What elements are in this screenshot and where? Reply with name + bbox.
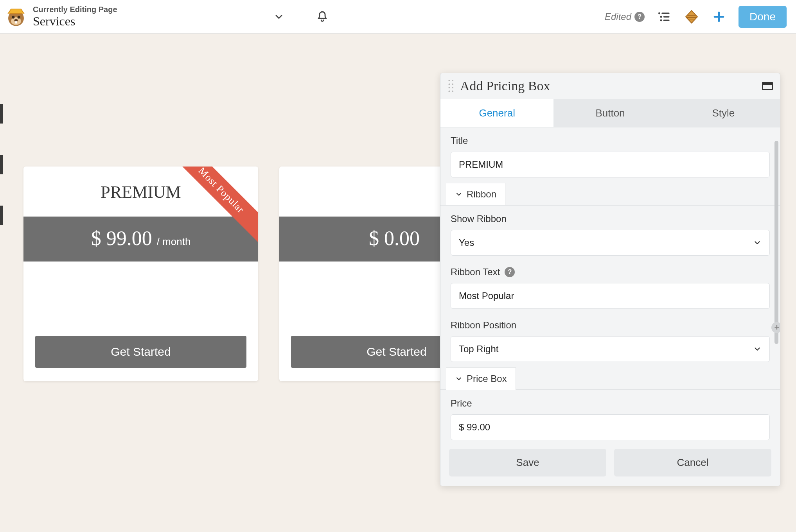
pricing-card-price: $ 0.00 xyxy=(369,227,420,250)
top-bar: Currently Editing Page Services Edited ? xyxy=(0,0,796,34)
chevron-down-icon xyxy=(273,11,284,22)
svg-rect-7 xyxy=(661,13,669,14)
settings-panel: Add Pricing Box General Button Style + T… xyxy=(440,73,780,486)
ribbon-text-label: Ribbon Text ? xyxy=(451,267,770,278)
svg-point-3 xyxy=(18,16,20,18)
field-ribbon-position: Ribbon Position Top Right xyxy=(440,312,780,365)
panel-tabs: General Button Style xyxy=(440,99,780,127)
pricing-card-price-strip: $ 99.00 / month xyxy=(23,217,258,262)
top-bar-left: Currently Editing Page Services xyxy=(0,0,297,33)
ribbon-position-select[interactable]: Top Right xyxy=(451,336,770,362)
left-ruler-marks xyxy=(0,34,3,532)
tab-style[interactable]: Style xyxy=(667,99,780,127)
page-info: Currently Editing Page Services xyxy=(33,5,117,29)
top-bar-right: Edited ? D xyxy=(297,0,796,33)
section-pricebox-toggle[interactable]: Price Box xyxy=(446,367,516,390)
plus-icon xyxy=(712,10,726,23)
price-input[interactable] xyxy=(451,414,770,440)
cookie-icon-button[interactable] xyxy=(684,9,699,25)
chevron-down-icon xyxy=(455,375,463,383)
section-ribbon-label: Ribbon xyxy=(467,189,496,200)
svg-rect-11 xyxy=(663,20,670,21)
scrollbar-thumb[interactable] xyxy=(774,141,778,344)
add-button[interactable] xyxy=(711,9,727,25)
title-label: Title xyxy=(451,135,770,146)
section-ribbon-toggle[interactable]: Ribbon xyxy=(446,183,505,205)
pricing-card-premium[interactable]: PREMIUM $ 99.00 / month Get Started Most… xyxy=(23,167,258,381)
save-button[interactable]: Save xyxy=(449,449,606,476)
show-ribbon-value: Yes xyxy=(459,237,474,248)
title-input[interactable] xyxy=(451,152,770,177)
field-ribbon-text: Ribbon Text ? xyxy=(440,259,780,312)
price-label: Price xyxy=(451,398,770,409)
outline-icon xyxy=(658,11,671,22)
section-pricebox-label: Price Box xyxy=(467,373,507,384)
cookie-icon xyxy=(685,10,699,24)
expand-window-icon[interactable] xyxy=(762,82,773,90)
cancel-button[interactable]: Cancel xyxy=(614,449,771,476)
svg-marker-12 xyxy=(686,11,697,23)
edited-label: Edited xyxy=(605,11,631,22)
svg-point-8 xyxy=(660,16,662,18)
editing-label: Currently Editing Page xyxy=(33,5,117,14)
bell-icon xyxy=(316,10,329,23)
editor-canvas: PREMIUM $ 99.00 / month Get Started Most… xyxy=(0,34,796,532)
add-circle-icon[interactable]: + xyxy=(771,322,780,333)
chevron-down-icon xyxy=(753,238,762,247)
svg-rect-9 xyxy=(663,16,670,17)
notifications-button[interactable] xyxy=(313,7,332,26)
drag-handle-icon[interactable] xyxy=(447,79,455,93)
field-title: Title xyxy=(440,127,780,181)
chevron-down-icon xyxy=(455,190,463,198)
beaver-logo[interactable] xyxy=(4,5,28,29)
outline-button[interactable] xyxy=(656,9,672,25)
panel-body: + Title Ribbon Show Ribbon Yes xyxy=(440,127,780,486)
help-icon[interactable]: ? xyxy=(634,12,645,22)
panel-title: Add Pricing Box xyxy=(460,79,550,93)
tab-general[interactable]: General xyxy=(440,99,553,127)
pricing-card-price-suffix: / month xyxy=(157,236,191,248)
tab-button[interactable]: Button xyxy=(553,99,667,127)
show-ribbon-select[interactable]: Yes xyxy=(451,230,770,256)
done-button[interactable]: Done xyxy=(739,6,787,28)
page-title: Services xyxy=(33,14,117,29)
svg-point-2 xyxy=(12,16,14,18)
field-price: Price xyxy=(440,390,780,442)
pricing-card-body xyxy=(23,262,258,336)
ribbon-position-value: Top Right xyxy=(459,344,498,355)
svg-rect-5 xyxy=(15,21,17,23)
help-icon[interactable]: ? xyxy=(505,267,515,277)
panel-header[interactable]: Add Pricing Box xyxy=(440,73,780,99)
ribbon-text-input[interactable] xyxy=(451,283,770,309)
svg-point-6 xyxy=(658,12,660,14)
page-dropdown-toggle[interactable] xyxy=(271,9,287,25)
chevron-down-icon xyxy=(753,345,762,353)
pricing-card-price: $ 99.00 xyxy=(91,227,152,250)
svg-point-10 xyxy=(660,19,662,21)
edited-status: Edited ? xyxy=(605,11,645,22)
pricing-card-button[interactable]: Get Started xyxy=(35,336,246,368)
ribbon-position-label: Ribbon Position xyxy=(451,320,770,331)
panel-footer: Save Cancel xyxy=(440,442,780,486)
show-ribbon-label: Show Ribbon xyxy=(451,213,770,224)
field-show-ribbon: Show Ribbon Yes xyxy=(440,206,780,259)
